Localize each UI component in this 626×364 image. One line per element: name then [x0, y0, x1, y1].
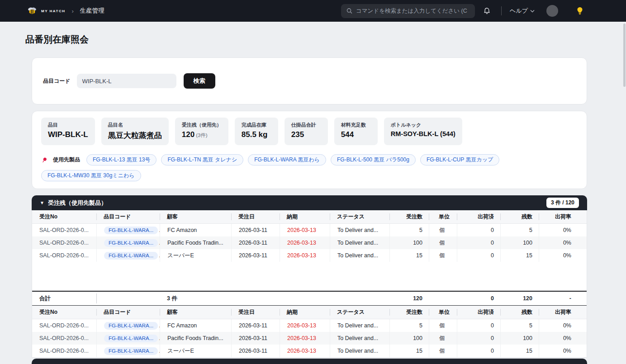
order-date: 2026-03-11	[231, 236, 280, 249]
order-no: SAL-ORD-2026-0...	[32, 345, 96, 357]
usage-pill[interactable]: FG-BLK-L-WARA 黒豆わら	[248, 154, 326, 165]
order-no: SAL-ORD-2026-0...	[32, 249, 96, 262]
item-code-cell: FG-BLK-L-WARA.....	[96, 249, 160, 262]
status: To Deliver and...	[330, 332, 389, 345]
remaining-qty: 15	[500, 249, 539, 262]
table-row[interactable]: SAL-ORD-2026-0... FG-BLK-L-WARA..... スーパ…	[32, 345, 587, 357]
tips-button[interactable]	[574, 5, 586, 17]
order-date: 2026-03-11	[231, 332, 280, 345]
command-search-input[interactable]	[356, 8, 470, 14]
order-backlog-section: ▼ 受注残（使用先製品） 3 件 / 120 受注No 品目コード 顧客 受注日…	[32, 195, 587, 364]
topbar-divider	[501, 6, 502, 15]
item-code-pill[interactable]: FG-BLK-L-WARA...	[104, 322, 158, 330]
app-logo[interactable]: MY HATCH	[26, 6, 65, 15]
table-row[interactable]: SAL-ORD-2026-0... FG-BLK-L-WARA..... FC …	[32, 319, 587, 332]
vertical-scrollbar[interactable]	[623, 24, 626, 87]
tile-bottleneck: ボトルネック RM-SOY-BLK-L (544)	[384, 118, 462, 145]
table-row[interactable]: SAL-ORD-2026-0... FG-BLK-L-WARA..... FC …	[32, 224, 587, 236]
due-date: 2026-03-13	[280, 345, 330, 357]
shipped-qty: 0	[457, 332, 500, 345]
search-icon	[346, 8, 352, 14]
order-backlog-header[interactable]: ▼ 受注残（使用先製品） 3 件 / 120	[32, 195, 587, 210]
ship-rate: 0%	[539, 332, 587, 345]
order-date: 2026-03-11	[231, 345, 280, 357]
ship-rate: 0%	[539, 236, 587, 249]
section-title: 受注残（使用先製品）	[48, 199, 107, 207]
item-code-cell: FG-BLK-L-WARA.....	[96, 332, 160, 345]
main-content: 品目コード 検索 品目 WIP-BLK-L 品目名 黒豆大粒蒸煮品 受注残（使用…	[32, 57, 587, 364]
bell-icon	[483, 7, 491, 15]
table-header-row: 受注No 品目コード 顧客 受注日 納期 ステータス 受注数 単位 出荷済 残数…	[32, 210, 587, 224]
order-date: 2026-03-11	[231, 224, 280, 236]
notifications-button[interactable]	[480, 5, 493, 17]
help-menu[interactable]: ヘルプ	[510, 7, 535, 15]
usage-pill[interactable]: FG-BLK-L-13 黒豆 13号	[86, 154, 156, 165]
ship-rate: 0%	[539, 345, 587, 357]
order-no: SAL-ORD-2026-0...	[32, 224, 96, 236]
usage-pill[interactable]: FG-BLK-L-TN 黒豆 タレナシ	[161, 154, 243, 165]
user-avatar[interactable]	[546, 5, 558, 17]
table-empty-space	[32, 262, 587, 291]
customer: Pacific Foods Tradin...	[160, 236, 231, 249]
total-qty: 120	[389, 292, 429, 305]
pushpin-icon	[40, 156, 48, 164]
unit: 個	[429, 249, 457, 262]
order-no: SAL-ORD-2026-0...	[32, 319, 96, 332]
due-date: 2026-03-13	[280, 332, 330, 345]
due-date: 2026-03-13	[280, 249, 330, 262]
item-code-pill[interactable]: FG-BLK-L-WARA...	[104, 335, 158, 342]
brand-name: MY HATCH	[41, 9, 65, 13]
order-no: SAL-ORD-2026-0...	[32, 332, 96, 345]
item-code-label: 品目コード	[43, 77, 71, 85]
orders-table: 受注No 品目コード 顧客 受注日 納期 ステータス 受注数 単位 出荷済 残数…	[32, 210, 587, 358]
next-section-header[interactable]	[32, 359, 587, 364]
item-code-cell: FG-BLK-L-WARA.....	[96, 345, 160, 357]
usage-pill[interactable]: FG-BLK-L-MW30 黒豆 30gミニわら	[41, 170, 141, 181]
item-code-input[interactable]	[77, 74, 176, 88]
tile-item-code: 品目 WIP-BLK-L	[41, 118, 95, 145]
customer: FC Amazon	[160, 319, 231, 332]
status: To Deliver and...	[330, 249, 389, 262]
due-date: 2026-03-13	[280, 224, 330, 236]
total-rate: -	[539, 292, 587, 305]
table-row[interactable]: SAL-ORD-2026-0... FG-BLK-L-WARA..... スーパ…	[32, 249, 587, 262]
usage-pill[interactable]: FG-BLK-L-500 黒豆 バラ500g	[331, 154, 416, 165]
breadcrumb[interactable]: 生産管理	[80, 7, 104, 15]
total-shipped: 0	[457, 292, 500, 305]
table-row[interactable]: SAL-ORD-2026-0... FG-BLK-L-WARA..... Pac…	[32, 332, 587, 345]
help-label: ヘルプ	[510, 7, 528, 15]
remaining-qty: 5	[500, 224, 539, 236]
usage-pill[interactable]: FG-BLK-L-CUP 黒豆カップ	[420, 154, 499, 165]
order-date: 2026-03-11	[231, 249, 280, 262]
customer: FC Amazon	[160, 224, 231, 236]
page-title: 品番別在庫照会	[25, 33, 626, 46]
remaining-qty: 5	[500, 319, 539, 332]
item-code-pill[interactable]: FG-BLK-L-WARA...	[104, 239, 158, 247]
total-remaining: 120	[500, 292, 539, 305]
table-header-row: 受注No 品目コード 顧客 受注日 納期 ステータス 受注数 単位 出荷済 残数…	[32, 306, 587, 319]
unit: 個	[429, 345, 457, 357]
top-navigation-bar: MY HATCH › 生産管理 ヘルプ	[0, 0, 626, 22]
collapse-caret-icon: ▼	[40, 200, 44, 205]
shipped-qty: 0	[457, 249, 500, 262]
breadcrumb-separator: ›	[71, 8, 73, 14]
total-count: 3 件	[160, 292, 231, 305]
order-qty: 5	[389, 319, 429, 332]
order-date: 2026-03-11	[231, 319, 280, 332]
table-total-row: 合計 3 件 120 0 120 -	[32, 291, 587, 306]
status: To Deliver and...	[330, 236, 389, 249]
shipped-qty: 0	[457, 236, 500, 249]
shipped-qty: 0	[457, 319, 500, 332]
command-search[interactable]	[341, 4, 475, 18]
item-code-pill[interactable]: FG-BLK-L-WARA...	[104, 252, 158, 260]
item-code-cell: FG-BLK-L-WARA.....	[96, 319, 160, 332]
search-button[interactable]: 検索	[184, 73, 215, 89]
order-qty: 15	[389, 249, 429, 262]
ship-rate: 0%	[539, 249, 587, 262]
ship-rate: 0%	[539, 224, 587, 236]
item-code-pill[interactable]: FG-BLK-L-WARA...	[104, 227, 158, 234]
item-code-pill[interactable]: FG-BLK-L-WARA...	[104, 347, 158, 355]
backlog-count-suffix: (3件)	[196, 132, 208, 138]
table-row[interactable]: SAL-ORD-2026-0... FG-BLK-L-WARA..... Pac…	[32, 236, 587, 249]
customer: スーパーE	[160, 345, 231, 357]
